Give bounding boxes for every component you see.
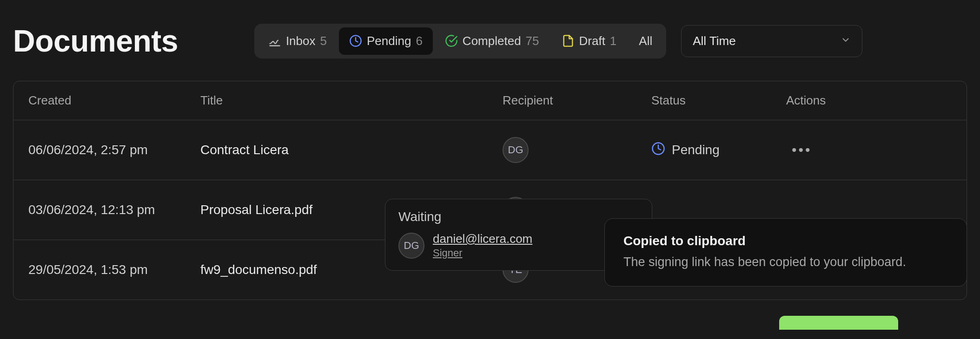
tab-all[interactable]: All xyxy=(629,27,662,55)
tab-label: All xyxy=(639,34,652,48)
avatar: DG xyxy=(398,233,424,259)
time-filter-selected: All Time xyxy=(693,34,735,48)
tab-label: Pending xyxy=(367,34,411,48)
tab-count: 75 xyxy=(526,34,539,48)
clock-icon xyxy=(651,142,665,159)
cell-title[interactable]: Contract Licera xyxy=(185,120,488,180)
tab-label: Completed xyxy=(463,34,521,48)
popover-title: Waiting xyxy=(398,209,639,224)
page-title: Documents xyxy=(13,23,178,59)
tab-completed[interactable]: Completed 75 xyxy=(435,27,550,55)
tab-label: Inbox xyxy=(286,34,316,48)
status-label: Pending xyxy=(672,143,720,157)
cell-actions: ••• xyxy=(771,120,967,180)
tab-count: 1 xyxy=(610,34,616,48)
popover-email[interactable]: daniel@licera.com xyxy=(433,232,532,246)
time-filter-dropdown[interactable]: All Time xyxy=(681,25,862,57)
sign-button[interactable] xyxy=(779,316,898,330)
popover-role[interactable]: Signer xyxy=(433,247,532,259)
tab-count: 6 xyxy=(416,34,422,48)
column-header-recipient: Recipient xyxy=(488,81,636,120)
table-row[interactable]: 06/06/2024, 2:57 pm Contract Licera DG P… xyxy=(13,120,967,180)
tab-draft[interactable]: Draft 1 xyxy=(551,27,627,55)
tab-label: Draft xyxy=(579,34,605,48)
row-actions-menu[interactable]: ••• xyxy=(786,140,818,159)
chevron-down-icon xyxy=(841,34,851,48)
toast-title: Copied to clipboard xyxy=(623,234,948,248)
cell-recipient: DG xyxy=(488,120,636,180)
toast-body: The signing link has been copied to your… xyxy=(623,253,948,271)
avatar[interactable]: DG xyxy=(503,137,529,163)
check-circle-icon xyxy=(445,34,458,47)
column-header-actions: Actions xyxy=(771,81,967,120)
column-header-title: Title xyxy=(185,81,488,120)
file-icon xyxy=(562,34,575,47)
cell-created: 03/06/2024, 12:13 pm xyxy=(13,180,185,240)
signature-icon xyxy=(268,34,281,47)
cell-created: 06/06/2024, 2:57 pm xyxy=(13,120,185,180)
filter-tab-group: Inbox 5 Pending 6 Completed 75 xyxy=(254,24,666,59)
cell-created: 29/05/2024, 1:53 pm xyxy=(13,240,185,300)
toast-notification: Copied to clipboard The signing link has… xyxy=(604,218,967,287)
clock-icon xyxy=(349,34,362,47)
column-header-status: Status xyxy=(636,81,771,120)
tab-inbox[interactable]: Inbox 5 xyxy=(258,27,337,55)
tab-pending[interactable]: Pending 6 xyxy=(339,27,433,55)
column-header-created: Created xyxy=(13,81,185,120)
cell-status: Pending xyxy=(636,120,771,180)
tab-count: 5 xyxy=(320,34,327,48)
